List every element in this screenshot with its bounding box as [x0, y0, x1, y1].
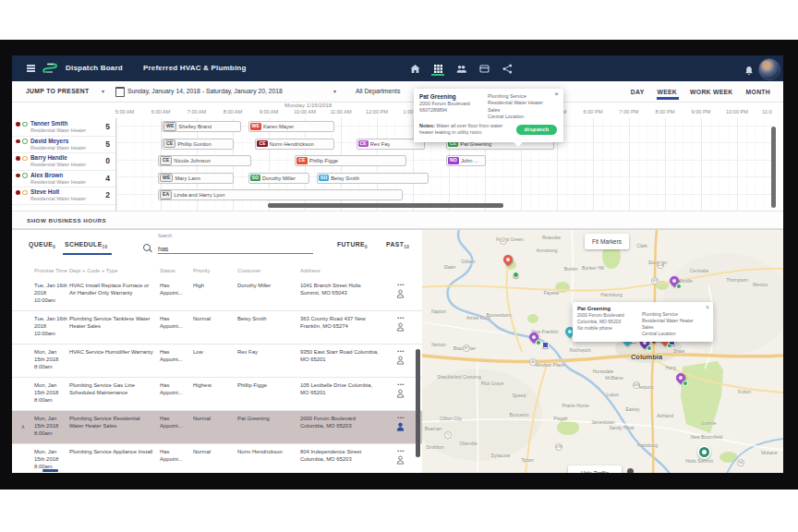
map-square-marker[interactable]	[542, 342, 549, 348]
customer-profile-icon[interactable]	[396, 289, 405, 298]
schedule-event[interactable]: NOJohn ...	[446, 155, 486, 166]
customers-icon[interactable]	[455, 62, 466, 75]
tooltip-notes: Notes: Water all over floor from water h…	[419, 123, 512, 137]
tab-past[interactable]: PAST10	[386, 241, 409, 249]
schedule-event[interactable]: CEPhillip Gordon	[162, 139, 234, 150]
view-tab-week[interactable]: WEEK	[657, 89, 677, 95]
event-customer-name: Dorothy Miller	[262, 175, 296, 181]
table-header: Promise TimeDept + Code + TypeStatusPrio…	[12, 264, 422, 279]
company-logo-icon[interactable]	[42, 61, 58, 76]
row-menu-icon[interactable]: •••	[397, 382, 405, 387]
dispatch-button[interactable]: dispatch	[516, 125, 557, 135]
job-row[interactable]: Mon, Jan 15th 2018 8:00amPlumbing Servic…	[12, 444, 422, 473]
jump-to-present-button[interactable]: JUMP TO PRESENT	[26, 88, 89, 94]
technician-row[interactable]: David MeyersResidential Water Heater5	[12, 136, 115, 154]
view-tab-work-week[interactable]: WORK WEEK	[690, 89, 733, 95]
monitor-frame: Dispatch Board Preferred HVAC & Plumbing	[0, 40, 798, 490]
user-avatar[interactable]	[758, 58, 780, 80]
notifications-bell-icon[interactable]	[744, 63, 754, 79]
tooltip-customer-name: Pat Greening	[419, 93, 488, 100]
job-status: Has Appoint...	[160, 311, 193, 344]
view-tab-day[interactable]: DAY	[631, 89, 645, 95]
map-cluster-marker[interactable]	[697, 445, 711, 459]
popup-close-icon[interactable]: ×	[706, 304, 709, 310]
schedule-event[interactable]: CENorm Hendrickson	[255, 139, 334, 150]
menu-icon[interactable]	[27, 65, 35, 72]
technician-row[interactable]: Barry HandleResidential Water Heater0	[12, 152, 115, 171]
schedule-event[interactable]: SOBetsy Smith	[317, 173, 429, 184]
map-pin-marker[interactable]	[503, 255, 514, 268]
row-menu-icon[interactable]: •••	[397, 416, 405, 420]
technician-row[interactable]: Tanner SmithResidential Water Heater5	[12, 118, 115, 137]
home-icon[interactable]	[409, 62, 420, 75]
job-row[interactable]: Mon, Jan 15th 2018 8:00amHVAC Service Hu…	[12, 345, 422, 378]
job-row[interactable]: Tue, Jan 16th 2018 10:00amHVAC Install R…	[12, 278, 422, 311]
search-input[interactable]	[158, 245, 313, 254]
job-row[interactable]: ∧Mon, Jan 15th 2018 8:00amPlumbing Servi…	[12, 411, 422, 444]
map-town-label: Boonesboro	[487, 312, 512, 318]
tab-schedule[interactable]: SCHEDULE10	[65, 241, 108, 249]
map-town-label: Harrisburg	[600, 292, 622, 297]
hour-label: 6:00 AM	[151, 109, 171, 115]
schedule-event[interactable]: WEKaren Mayer	[248, 121, 335, 132]
schedule-event[interactable]: WEShelley Brand	[162, 121, 241, 132]
map-town-label: New Bloomfield	[691, 434, 723, 440]
show-business-hours-toggle[interactable]: SHOW BUSINESS HOURS	[12, 211, 783, 229]
map-town-label: Bunker Hill	[582, 265, 604, 271]
customer-profile-icon[interactable]	[396, 455, 405, 465]
technician-row[interactable]: Alex BrownResidential Water Heater4	[12, 170, 115, 188]
map-pin-marker[interactable]	[529, 332, 540, 345]
hour-label: 11:00 AM	[330, 109, 351, 115]
schedule-event[interactable]: CEPhillip Figge	[295, 155, 406, 166]
fit-markers-button[interactable]: Fit Markers	[585, 234, 629, 249]
customer-profile-icon[interactable]	[396, 389, 405, 398]
row-menu-icon[interactable]: •••	[397, 349, 405, 354]
schedule-event[interactable]: CENicole Johnson	[158, 155, 251, 166]
map-town-label: Armstrong	[536, 248, 557, 253]
schedule-event[interactable]: EALinda and Harry Lyon	[158, 189, 403, 200]
tab-future[interactable]: FUTURE0	[337, 241, 368, 249]
timeline-vertical-scrollbar[interactable]	[771, 127, 776, 208]
customer-profile-icon[interactable]	[396, 356, 405, 365]
view-tab-month[interactable]: MONTH	[746, 89, 770, 95]
map-town-label: Burton	[564, 266, 578, 272]
tooltip-close-icon[interactable]: ×	[554, 91, 559, 98]
map-panel[interactable]: Forest GreenRoanokeClarkArmstrongGilliam…	[422, 229, 783, 473]
job-status: Has Appoint...	[160, 278, 193, 310]
integrations-icon[interactable]	[502, 62, 513, 75]
map-pin-marker[interactable]	[676, 373, 687, 386]
header-spacer	[12, 264, 34, 278]
tab-queue[interactable]: QUEUE0	[29, 241, 55, 249]
map-town-label: Harg	[666, 365, 676, 370]
hour-label: 9:00 AM	[260, 109, 279, 115]
hide-traffic-button[interactable]: Hide Traffic	[568, 466, 622, 473]
departments-dropdown[interactable]: All Departments	[356, 88, 400, 94]
map-town-label: Beaman	[425, 426, 442, 431]
date-range-selector[interactable]: Sunday, January 14, 2018 - Saturday, Jan…	[127, 88, 283, 94]
event-type-tag: SO	[250, 175, 261, 181]
map-pegman-icon[interactable]	[627, 468, 634, 473]
job-row[interactable]: Tue, Jan 16th 2018 10:00amPlumbing Servi…	[12, 311, 422, 345]
map-pin-marker[interactable]	[670, 276, 681, 289]
timeline-horizontal-scrollbar[interactable]	[268, 203, 503, 208]
job-row[interactable]: Mon, Jan 15th 2018 8:00amPlumbing Servic…	[12, 378, 422, 411]
row-expand-caret	[12, 378, 34, 410]
panel-vertical-scrollbar[interactable]	[416, 349, 420, 457]
customer-profile-icon[interactable]	[396, 422, 405, 431]
map-dot-marker[interactable]	[513, 272, 519, 278]
table-horizontal-scrollbar[interactable]	[42, 469, 58, 472]
dispatch-board-icon[interactable]	[432, 62, 443, 75]
row-menu-icon[interactable]: •••	[397, 283, 405, 287]
row-menu-icon[interactable]: •••	[397, 316, 405, 320]
schedule-event[interactable]: SODorothy Miller	[248, 173, 309, 184]
invoices-icon[interactable]	[478, 62, 490, 75]
event-type-tag: NO	[448, 157, 459, 163]
customer-profile-icon[interactable]	[396, 322, 405, 332]
search-label: Search	[158, 234, 313, 238]
technician-row[interactable]: Steve HoltResidential Water Heater2	[12, 187, 115, 205]
column-header: Promise Time	[34, 264, 69, 278]
tooltip-job-line: Plumbing Service	[488, 93, 558, 100]
row-menu-icon[interactable]: •••	[397, 449, 405, 453]
schedule-event[interactable]: WEMary Larm	[158, 173, 234, 184]
row-expand-caret[interactable]: ∧	[12, 411, 34, 443]
